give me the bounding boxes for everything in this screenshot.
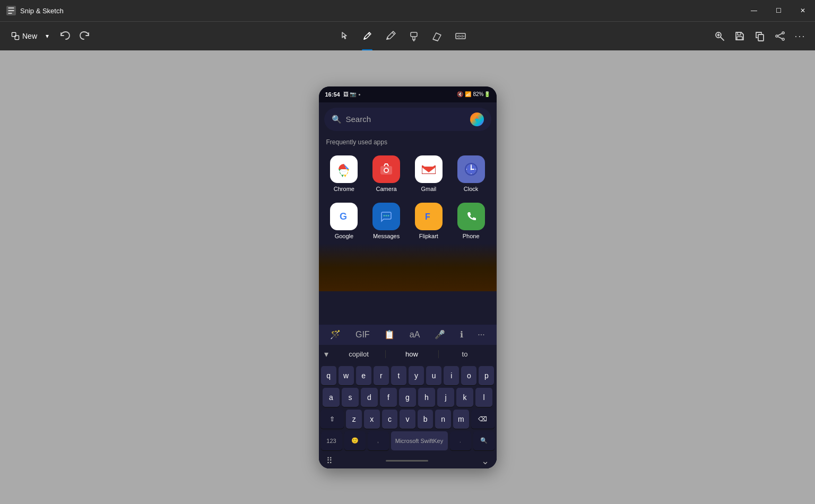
key-s[interactable]: s [342,388,359,407]
ballpoint-pen-button[interactable] [357,25,378,47]
key-backspace[interactable]: ⌫ [471,410,495,429]
keyboard-grid-icon[interactable]: ⠿ [326,456,333,466]
copy-button[interactable] [750,27,769,46]
key-t[interactable]: t [391,366,406,385]
new-icon [11,31,20,41]
key-p[interactable]: p [479,366,494,385]
key-z[interactable]: z [346,410,362,429]
key-y[interactable]: y [409,366,424,385]
key-x[interactable]: x [364,410,380,429]
key-search[interactable]: 🔍 [473,431,495,450]
ruler-button[interactable] [450,25,471,47]
zoom-button[interactable] [710,27,729,46]
app-name-clock: Clock [464,186,479,192]
key-w[interactable]: w [339,366,354,385]
suggestion-how[interactable]: how [386,350,439,358]
search-text: Search [346,115,466,124]
title-bar: Snip & Sketch — ☐ ✕ [0,0,815,21]
messages-icon [372,203,400,230]
kb-gif-button[interactable]: GIF [351,328,374,342]
undo-icon [59,30,71,42]
key-a[interactable]: a [323,388,340,407]
key-comma[interactable]: , [368,431,389,450]
new-button[interactable]: New [5,28,42,44]
save-button[interactable] [730,27,749,46]
key-m[interactable]: m [453,410,469,429]
key-d[interactable]: d [361,388,378,407]
list-item[interactable]: Chrome [324,151,365,196]
keyboard-toolbar: 🪄 GIF 📋 аА 🎤 ℹ ··· [319,325,497,345]
keyboard-rows: q w e r t y u i o p a s d f g [319,364,497,429]
share-icon [774,30,786,42]
close-button[interactable]: ✕ [791,0,815,21]
key-c[interactable]: c [382,410,398,429]
clock-icon [457,155,485,183]
kb-more-button[interactable]: ··· [473,328,489,342]
list-item[interactable]: Phone [451,198,491,244]
toolbar-right: ··· [710,27,810,46]
key-period[interactable]: . [450,431,471,450]
key-l[interactable]: l [475,388,492,407]
more-options-button[interactable]: ··· [791,27,810,46]
list-item[interactable]: G Google [324,198,365,244]
kb-voice-button[interactable]: 🎤 [430,327,449,342]
copilot-icon[interactable] [470,112,484,126]
minimize-button[interactable]: — [742,0,766,21]
key-v[interactable]: v [400,410,415,429]
highlighter-button[interactable] [403,25,424,47]
key-space[interactable]: Microsoft SwiftKey [391,431,448,450]
key-q[interactable]: q [321,366,336,385]
status-icons: 🔇 📶 82%🔋 [457,91,490,97]
camera-icon [372,155,400,183]
suggestion-to[interactable]: to [439,350,491,358]
list-item[interactable]: F Flipkart [409,198,449,244]
key-r[interactable]: r [374,366,389,385]
key-i[interactable]: i [444,366,459,385]
key-h[interactable]: h [418,388,435,407]
key-123[interactable]: 123 [321,431,342,450]
svg-rect-18 [738,32,741,35]
redo-button[interactable] [75,27,94,46]
keyboard-row-2: a s d f g h j k l [321,388,495,407]
key-k[interactable]: k [456,388,473,407]
key-b[interactable]: b [418,410,433,429]
touch-select-button[interactable] [333,25,354,47]
phone-search-bar[interactable]: 🔍 Search [324,108,491,131]
list-item[interactable]: Camera [366,151,406,196]
eraser-button[interactable] [427,25,448,47]
key-emoji[interactable]: 🙂 [344,431,366,450]
camera-logo [379,162,394,177]
app-name-flipkart: Flipkart [419,233,438,239]
list-item[interactable]: Messages [366,198,406,244]
key-n[interactable]: n [435,410,451,429]
key-f[interactable]: f [380,388,397,407]
app-name-messages: Messages [373,233,400,239]
key-o[interactable]: o [461,366,476,385]
app-name-camera: Camera [376,186,397,192]
key-shift[interactable]: ⇧ [320,410,344,429]
key-e[interactable]: e [356,366,371,385]
undo-button[interactable] [55,27,74,46]
phone-dark-area [319,244,497,291]
window-controls: — ☐ ✕ [742,0,815,21]
kb-sticker-button[interactable]: 🪄 [326,327,345,342]
key-j[interactable]: j [437,388,454,407]
key-g[interactable]: g [399,388,416,407]
list-item[interactable]: Gmail [409,151,449,196]
suggestions-collapse[interactable]: ▾ [324,349,333,359]
suggestion-copilot[interactable]: copilot [333,350,386,358]
pencil-button[interactable] [380,25,401,47]
kb-clipboard-button[interactable]: 📋 [380,327,399,342]
chrome-icon [330,155,358,183]
kb-info-button[interactable]: ℹ [456,327,467,342]
maximize-button[interactable]: ☐ [766,0,791,21]
kb-font-button[interactable]: аА [405,328,424,342]
new-dropdown-button[interactable]: ▾ [44,29,51,43]
share-button[interactable] [770,27,790,46]
key-u[interactable]: u [426,366,441,385]
keyboard-bottom-bar: ⠿ ⌄ [319,454,497,468]
redo-icon [79,30,91,42]
chrome-logo [336,161,352,177]
keyboard-chevron-down[interactable]: ⌄ [481,455,489,467]
list-item[interactable]: Clock [451,151,491,196]
